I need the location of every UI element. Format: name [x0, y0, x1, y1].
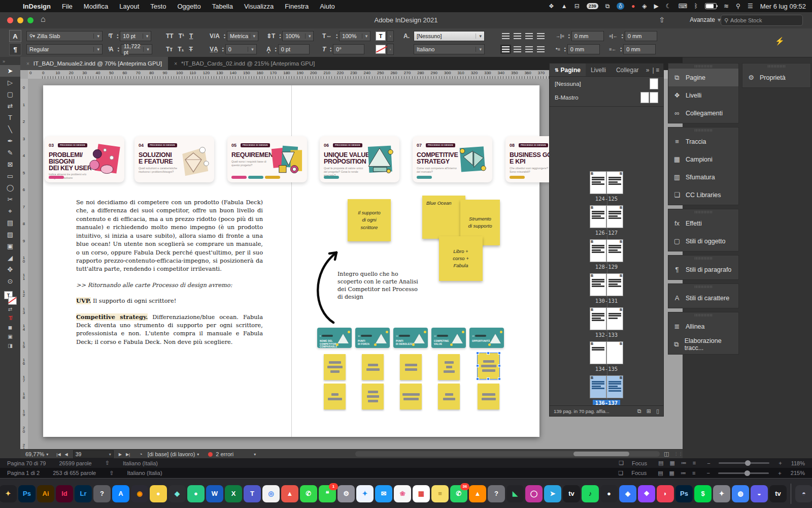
superscript-icon[interactable]: T¹ [179, 33, 184, 40]
dock-icon-telegram[interactable]: ➤ [544, 485, 561, 502]
view-mode-icon[interactable]: ▦ [669, 460, 674, 466]
indent-right-field[interactable]: 0 mm [625, 31, 657, 41]
dock-icon-twitch[interactable]: ❖ [638, 485, 655, 502]
justify-right-icon[interactable] [525, 46, 533, 52]
menu-bar-clock[interactable]: Mer 6 lug 09:52 [760, 3, 806, 10]
panel-tab-pagine[interactable]: ⇅Pagine [550, 64, 586, 76]
dock-icon-android[interactable]: ● [187, 485, 205, 502]
stroke-chevron-icon[interactable]: › [387, 44, 394, 55]
trash-icon[interactable]: ▯ [656, 408, 659, 415]
language-field[interactable]: Italiano▾ [414, 44, 485, 54]
process-card-06[interactable]: 06PROCESSO DI DESIGNUNIQUE VALUE PROPOSI… [320, 136, 399, 182]
spread-thumbnail-130-131[interactable]: BB130-131 [550, 273, 663, 304]
menu-oggetto[interactable]: Oggetto [172, 3, 206, 10]
sticky-note-small[interactable] [324, 354, 346, 380]
dock-icon-dark-app[interactable]: ◆ [168, 485, 186, 502]
dock-icon-settings[interactable]: ⚙ [337, 485, 355, 502]
dock-icon-ps-express[interactable]: Ps [675, 485, 693, 502]
panel-livelli[interactable]: ❖Livelli [668, 86, 738, 104]
dock-icon-notes[interactable]: ≡ [431, 485, 449, 502]
zoom-level[interactable]: 69,77% [25, 451, 44, 457]
fill-swatch[interactable]: T [376, 31, 386, 41]
competitor-card[interactable]: 12COMPETING VALUE [431, 328, 466, 348]
selection-handle[interactable] [476, 364, 479, 367]
spotlight-icon[interactable]: ⚲ [736, 3, 740, 9]
panel-effetti[interactable]: fxEffetti [668, 214, 738, 232]
process-card-05[interactable]: 05PROCESSO DI DESIGNREQUIREMENTQuali son… [227, 136, 307, 182]
sticky-note-small[interactable] [400, 354, 422, 380]
rectangle-tool[interactable]: ▭ [0, 170, 20, 182]
panel-more-icon[interactable]: » [646, 67, 653, 74]
kerning-field[interactable]: Metrica▾ [227, 31, 258, 41]
quick-apply-icon[interactable]: ⚡ [775, 37, 785, 46]
dock-icon-illustrator[interactable]: Ai [37, 485, 54, 502]
zoom-tool[interactable]: ⊙ [0, 275, 20, 287]
menu-file[interactable]: File [56, 3, 78, 10]
justify-icon[interactable] [537, 33, 545, 39]
delta-icon[interactable]: δ [617, 3, 624, 10]
vlc-cone-icon[interactable]: ▲ [561, 3, 567, 9]
panel-menu-icon[interactable]: | ≡ [653, 67, 663, 74]
panel-stili-di-carattere[interactable]: AStili di carattere [668, 289, 738, 307]
gradient-feather-tool[interactable]: ▨ [0, 229, 20, 240]
preflight-icon[interactable]: ◔ [139, 451, 143, 457]
dock-icon-facetime[interactable]: ✆ [300, 485, 317, 502]
expand-panel-icon[interactable]: » [0, 57, 20, 65]
view-mode-icon[interactable]: ▤ [658, 470, 663, 476]
dock-icon-photos[interactable]: ❀ [394, 485, 411, 502]
indent-left-field[interactable]: 0 mm [571, 31, 604, 41]
font-size-field[interactable]: 10 pt▾ [120, 31, 151, 41]
adobe-stock-search[interactable]: ⚲ Adobe Stock [721, 15, 803, 26]
view-mode-icon[interactable]: ▦ [669, 470, 674, 476]
competitor-card[interactable]: 9NOME DEL COMPETITOR/ COMPARABLE [317, 328, 352, 348]
control-center-icon[interactable]: ☰ [748, 3, 753, 9]
fill-chevron-icon[interactable]: › [387, 30, 394, 42]
menu-aiuto[interactable]: Aiuto [314, 3, 341, 10]
zoom-in-icon[interactable]: ＋ [777, 459, 783, 467]
play-circle-icon[interactable]: ▶ [654, 3, 659, 9]
view-mode-icon[interactable]: ≡ [693, 460, 696, 466]
selection-tool[interactable]: ➤ [0, 65, 20, 77]
direct-selection-tool[interactable]: ▷ [0, 77, 20, 88]
selection-handle[interactable] [498, 377, 501, 380]
menu-layout[interactable]: Layout [114, 3, 145, 10]
dock-icon-whatsapp[interactable]: ✆36 [450, 485, 467, 502]
word-zoom-level[interactable]: 215% [791, 470, 805, 476]
previous-spread-icon[interactable]: ◀ [65, 452, 68, 457]
spread-thumbnail-124-125[interactable]: BB124-125 [550, 171, 663, 202]
gap-tool[interactable]: ⇄ [0, 100, 20, 112]
line-tool[interactable]: ╲ [0, 123, 20, 135]
menu-testo[interactable]: Testo [145, 3, 172, 10]
word-language[interactable]: Italiano (Italia) [127, 470, 162, 476]
panel-proprieta[interactable]: ⚙ Proprietà [742, 69, 810, 86]
resize-grip-icon[interactable]: ⋮⋮ [674, 452, 683, 456]
panel-sfumatura[interactable]: ▥Sfumatura [668, 168, 738, 186]
share-icon[interactable]: ⇧ [659, 16, 665, 24]
align-left-icon[interactable] [502, 33, 510, 39]
preview-view-button[interactable]: ◨ [0, 341, 20, 350]
panel-cc-libraries[interactable]: ❏CC Libraries [668, 186, 738, 204]
dock-icon-instagram[interactable]: ◯ [525, 485, 543, 502]
swap-fill-stroke-icon[interactable]: ⇄ [0, 304, 20, 313]
subscript-icon[interactable]: T₁ [178, 46, 184, 53]
panel-stili-di-paragrafo[interactable]: ¶Stili di paragrafo [668, 261, 738, 278]
panel-allinea[interactable]: ≣Allinea [668, 318, 738, 335]
dock-icon-cash[interactable]: $ [694, 485, 712, 502]
spread-thumbnail-132-133[interactable]: BB132-133 [550, 307, 663, 338]
close-tab-icon[interactable]: × [174, 61, 177, 67]
word-language[interactable]: Italiano (Italia) [123, 460, 158, 466]
dock-icon-gray-app[interactable]: ✦ [713, 485, 730, 502]
stroke-swatch[interactable] [376, 45, 386, 54]
sticky-note-small[interactable] [362, 354, 384, 380]
justify-center-icon[interactable] [514, 46, 521, 52]
panel-tab-livelli[interactable]: Livelli [586, 64, 611, 76]
baseline-shift-field[interactable]: 0 pt [278, 44, 310, 54]
keyboard-icon[interactable]: ⌨ [679, 3, 687, 9]
dock-icon-teams[interactable]: T [244, 485, 261, 502]
character-style-field[interactable]: [Nessuno]▾ [414, 31, 485, 41]
word-page-count[interactable]: Pagina 70 di 79 [7, 460, 46, 466]
underline-icon[interactable]: T [189, 33, 193, 40]
sticky-note-small[interactable] [438, 354, 460, 380]
sticky-note-small[interactable] [478, 384, 499, 409]
panel-pagine[interactable]: ⧉Pagine [668, 69, 738, 86]
